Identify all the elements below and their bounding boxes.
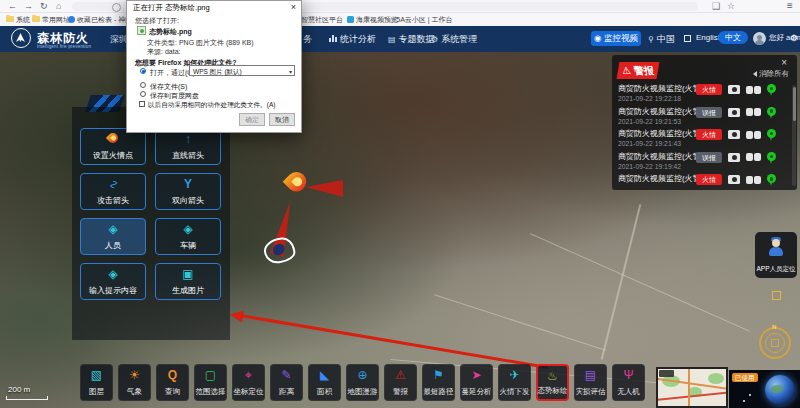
generate-image-button[interactable]: ▣ 生成图片 [155, 263, 221, 300]
minimap-tag [659, 370, 674, 377]
file-name: 态势标绘.png [149, 27, 192, 37]
tool-weather[interactable]: ☀气象 [118, 364, 151, 401]
back-icon[interactable]: ← [8, 0, 17, 12]
reload-icon[interactable]: ↻ [40, 0, 48, 12]
nav-item-statistics[interactable]: 统计分析 [329, 33, 376, 46]
camera-icon[interactable] [728, 130, 740, 139]
binoculars-icon[interactable] [746, 176, 761, 184]
binoculars-icon[interactable] [746, 153, 761, 161]
remember-label: 以后自动采用相同的动作处理此类文件。(A) [148, 101, 275, 110]
forward-icon[interactable]: → [24, 0, 33, 12]
binoculars-icon[interactable] [746, 86, 761, 94]
fire-tag-button[interactable]: 火情 [696, 129, 722, 140]
menu-icon[interactable]: ≡ [787, 0, 793, 12]
location-pin-icon[interactable] [767, 129, 777, 141]
bookmarks-bar: 系统 常用网址 收藏已检表 - 神图 智慧社区平台 海康视频预览 ⌂5A云小区 … [0, 13, 800, 27]
tool-situation-plot[interactable]: ♨态势标绘 [536, 364, 569, 401]
set-fire-point-button[interactable]: 设置火情点 [80, 128, 146, 165]
remember-checkbox[interactable] [139, 101, 145, 107]
location-pin-icon[interactable] [767, 174, 777, 186]
tool-coordinate-locate[interactable]: ⌖坐标定位 [232, 364, 265, 401]
straight-arrow-button[interactable]: ↑ 直线箭头 [155, 128, 221, 165]
user-avatar[interactable] [753, 32, 766, 45]
bookmark-folder[interactable]: 常用网址 [32, 15, 70, 24]
location-pin-icon[interactable] [767, 84, 777, 96]
tool-spread-analysis[interactable]: ➤蔓延分析 [460, 364, 493, 401]
bookmark-folder[interactable]: 系统 [6, 15, 30, 24]
location-pin-icon[interactable] [767, 152, 777, 164]
clear-all-button[interactable]: 消除所有 [750, 69, 789, 79]
binoculars-icon[interactable] [746, 131, 761, 139]
ok-button[interactable]: 确定 [239, 113, 265, 126]
tool-search[interactable]: Q查询 [156, 364, 189, 401]
camera-icon[interactable] [728, 153, 740, 162]
bookmark-item[interactable]: ⌂5A云小区 | 工作台 [390, 15, 453, 24]
monitor-video-button[interactable]: ◉ 监控视频 [591, 31, 641, 46]
camera-icon[interactable] [728, 108, 740, 117]
nav-item-system-admin[interactable]: ⚙系统管理 [431, 33, 477, 46]
open-with-select[interactable]: WPS 图片 (默认) ▾ [189, 65, 295, 76]
area-measure-icon: ◣ [309, 369, 340, 382]
extensions-icon[interactable]: ❑ [712, 0, 720, 12]
fire-point-icon[interactable] [287, 171, 307, 198]
home-icon[interactable]: ⌂ [56, 0, 61, 12]
tool-shortest-path[interactable]: ⚑最短路径 [422, 364, 455, 401]
tool-distance[interactable]: ✎距离 [270, 364, 303, 401]
location-pin-icon[interactable] [767, 107, 777, 119]
site-info-icon[interactable] [112, 3, 121, 12]
tool-alarm[interactable]: ⚠警报 [384, 364, 417, 401]
app-navbar: 森林防火 intelligent fire prevention 深圳 务 统计… [0, 26, 800, 52]
settings-gear-icon[interactable]: ⚙ [790, 33, 798, 43]
personnel-button[interactable]: ◈ 人员 [80, 218, 146, 255]
earth-globe-icon [765, 375, 795, 405]
tool-drone[interactable]: Ψ无人机 [612, 364, 645, 401]
scrollbar[interactable] [792, 85, 796, 186]
bar-chart-icon [329, 35, 337, 42]
alert-panel: ⚠ 警报 × 消除所有 商贸防火视频监控(火警) 2021-09-22 19:2… [612, 55, 797, 190]
tool-layers[interactable]: ▧图层 [80, 364, 113, 401]
tool-range-select[interactable]: ▢范围选择 [194, 364, 227, 401]
vehicles-button[interactable]: ◈ 车辆 [155, 218, 221, 255]
binoculars-icon[interactable] [746, 108, 761, 116]
double-arrow-button[interactable]: Y 双向箭头 [155, 173, 221, 210]
input-hint-button[interactable]: ◈ 输入提示内容 [80, 263, 146, 300]
camera-icon[interactable] [728, 175, 740, 184]
cancel-button[interactable]: 取消 [269, 113, 295, 126]
close-icon[interactable]: × [291, 2, 296, 12]
map-scale-bar [6, 396, 48, 400]
lang-chinese-pill[interactable]: 中文 [718, 31, 748, 44]
tool-fire-dispatch[interactable]: ✈火情下发 [498, 364, 531, 401]
bookmark-item[interactable]: 收藏已检表 - 神图 [68, 15, 132, 24]
chevron-down-icon: ▾ [289, 68, 292, 75]
save-cloud-radio[interactable] [140, 91, 146, 97]
bookmark-star-icon[interactable]: ☆ [727, 0, 735, 12]
nav-item-partial[interactable]: 务 [303, 33, 312, 46]
app-personnel-locate-button[interactable]: APP人员定位 [755, 232, 797, 278]
situation-plot-panel: 设置火情点 ↑ 直线箭头 ∿ 攻击箭头 Y 双向箭头 ◈ 人员 ◈ 车辆 [72, 107, 230, 340]
download-dialog: 正在打开 态势标绘.png × 您选择了打开: 态势标绘.png 文件类型: P… [126, 0, 302, 133]
tool-area[interactable]: ◣面积 [308, 364, 341, 401]
range-select-icon: ▢ [195, 369, 226, 382]
tool-map-roam[interactable]: ⊕地图漫游 [346, 364, 379, 401]
attack-arrow-button[interactable]: ∿ 攻击箭头 [80, 173, 146, 210]
save-file-radio[interactable] [140, 82, 146, 88]
nav-item-thematic-data[interactable]: ▤专题数据 [388, 33, 435, 46]
open-with-radio[interactable] [140, 68, 146, 74]
overview-minimap[interactable] [656, 367, 728, 408]
globe-view-switcher[interactable]: 已使用 [729, 370, 800, 408]
close-icon[interactable]: × [781, 57, 787, 68]
tool-damage-assess[interactable]: ▤灾损评估 [574, 364, 607, 401]
fire-tag-button[interactable]: 火情 [696, 174, 722, 185]
false-alarm-tag-button[interactable]: 误报 [696, 152, 722, 163]
region-selector[interactable]: ⚲中国 [648, 33, 675, 46]
fullscreen-icon[interactable] [684, 35, 691, 42]
camera-icon[interactable] [728, 85, 740, 94]
book-icon: ▤ [388, 35, 396, 44]
false-alarm-tag-button[interactable]: 误报 [696, 107, 722, 118]
layers-icon: ▧ [81, 369, 112, 382]
fire-tag-button[interactable]: 火情 [696, 84, 722, 95]
red-attack-arrow [306, 180, 343, 197]
weather-satellite-icon: ☀ [119, 369, 150, 382]
search-icon: Q [157, 369, 188, 382]
compass-control[interactable]: N [759, 327, 791, 359]
